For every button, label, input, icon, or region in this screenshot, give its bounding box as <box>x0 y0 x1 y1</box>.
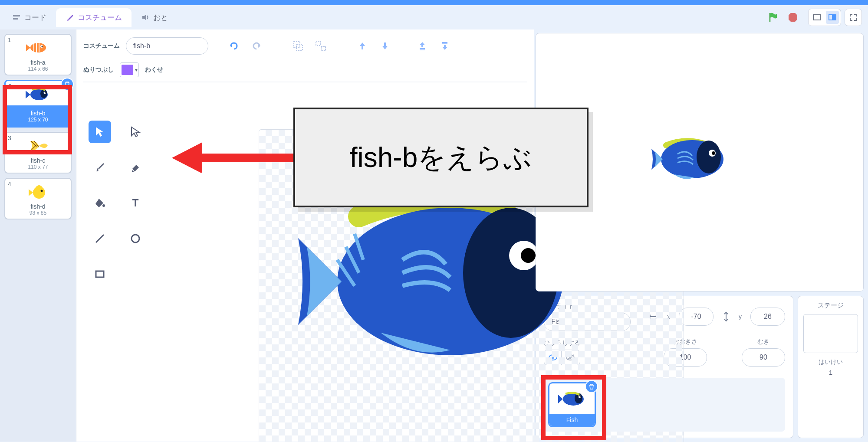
header: コード コスチューム おと <box>0 5 868 29</box>
chevron-down-icon: ▼ <box>134 68 138 72</box>
svg-point-6 <box>30 43 46 52</box>
costume-number: 2 <box>8 83 12 90</box>
line-tool[interactable] <box>89 227 111 250</box>
delete-sprite-button[interactable] <box>585 380 598 393</box>
undo-button[interactable] <box>226 38 242 54</box>
y-input[interactable] <box>750 308 785 326</box>
stage-sprite <box>649 133 731 181</box>
fullscreen-control <box>845 9 862 26</box>
fill-tool[interactable] <box>89 192 111 214</box>
brush-tool[interactable] <box>89 156 111 179</box>
annotation-arrow-icon <box>172 142 298 173</box>
tab-label: おと <box>153 13 168 23</box>
direction-label: むき <box>757 338 769 346</box>
svg-rect-0 <box>13 15 20 16</box>
sprite-list: Fish <box>544 378 785 432</box>
svg-rect-21 <box>442 42 447 43</box>
svg-rect-32 <box>198 154 298 162</box>
front-button[interactable] <box>414 38 431 54</box>
svg-point-45 <box>580 396 581 398</box>
svg-rect-5 <box>832 15 836 20</box>
annotation-callout: fish-bをえらぶ <box>293 108 589 207</box>
tab-label: コード <box>24 13 46 23</box>
svg-rect-27 <box>96 271 104 277</box>
costume-item-fish-b[interactable]: 2 fish-b 125 x 70 <box>4 80 72 128</box>
tab-label: コスチューム <box>78 13 122 23</box>
svg-point-12 <box>44 92 45 93</box>
costume-thumbnail <box>8 85 68 104</box>
svg-rect-19 <box>420 48 425 49</box>
delete-costume-button[interactable] <box>61 78 74 91</box>
redo-button[interactable] <box>248 38 265 54</box>
costume-thumbnail <box>8 136 68 155</box>
costume-list: 1 fish-a 114 x 66 2 fish-b 125 x 70 3 <box>0 29 76 442</box>
tab-code[interactable]: コード <box>3 8 56 27</box>
svg-point-31 <box>521 248 536 263</box>
large-stage-button[interactable] <box>826 11 839 24</box>
svg-rect-3 <box>813 15 820 20</box>
costume-name: fish-c <box>8 157 68 164</box>
sprite-card-fish[interactable]: Fish <box>548 382 596 427</box>
stage-size-controls <box>808 9 841 26</box>
ungroup-button[interactable] <box>312 38 329 54</box>
outline-label: わくせ <box>145 66 163 74</box>
costume-field-label: コスチューム <box>83 42 120 50</box>
text-tool[interactable]: T <box>124 192 147 214</box>
rectangle-tool[interactable] <box>89 263 111 285</box>
stop-icon[interactable] <box>785 9 801 26</box>
reshape-tool[interactable] <box>124 121 147 143</box>
costume-name-input[interactable] <box>126 37 208 55</box>
costume-number: 3 <box>8 134 11 141</box>
paintbrush-icon <box>66 13 74 22</box>
x-input[interactable] <box>679 308 713 326</box>
costume-item-fish-a[interactable]: 1 fish-a 114 x 66 <box>4 34 72 75</box>
svg-point-23 <box>102 204 105 207</box>
costume-name: fish-d <box>8 203 68 210</box>
right-column: スプライト x y ひょうじする <box>534 29 868 442</box>
eraser-tool[interactable] <box>124 156 147 179</box>
y-label: y <box>739 313 742 320</box>
backdrop-count: 1 <box>803 369 858 376</box>
svg-rect-1 <box>13 18 18 20</box>
costume-number: 1 <box>8 36 11 43</box>
circle-tool[interactable] <box>124 227 147 250</box>
svg-point-8 <box>41 46 43 47</box>
sprite-card-label: Fish <box>549 414 595 426</box>
backward-button[interactable] <box>377 38 393 54</box>
menu-bar <box>0 0 868 5</box>
costume-name: fish-b <box>8 110 68 117</box>
annotation-text: fish-bをえらぶ <box>350 139 533 177</box>
costume-dimensions: 114 x 66 <box>8 66 68 72</box>
costume-dimensions: 110 x 77 <box>8 164 68 170</box>
tab-sounds[interactable]: おと <box>132 8 178 27</box>
costume-name: fish-a <box>8 59 68 66</box>
svg-rect-20 <box>420 49 425 50</box>
costume-item-fish-d[interactable]: 4 fish-d 98 x 85 <box>4 178 72 219</box>
svg-point-10 <box>40 89 47 98</box>
y-icon <box>722 311 730 322</box>
svg-line-25 <box>96 235 104 242</box>
speaker-icon <box>141 13 150 22</box>
costume-thumbnail <box>8 182 68 201</box>
backdrop-label: はいけい <box>803 358 858 366</box>
paint-editor: コスチューム ぬりつぶし <box>76 29 534 442</box>
fill-color-picker[interactable]: ▼ <box>120 62 139 77</box>
forward-button[interactable] <box>354 38 371 54</box>
select-tool[interactable] <box>89 121 111 143</box>
svg-marker-2 <box>789 13 797 22</box>
fill-label: ぬりつぶし <box>83 66 114 74</box>
svg-point-14 <box>40 190 43 192</box>
stage-selector[interactable]: ステージ はいけい 1 <box>798 296 864 438</box>
svg-rect-18 <box>321 46 326 51</box>
tool-palette: T <box>89 121 147 285</box>
svg-point-13 <box>33 187 45 199</box>
direction-input[interactable] <box>742 348 785 367</box>
small-stage-button[interactable] <box>810 11 823 24</box>
tab-costumes[interactable]: コスチューム <box>56 8 132 27</box>
group-button[interactable] <box>290 38 306 54</box>
back-button[interactable] <box>437 38 453 54</box>
green-flag-icon[interactable] <box>765 9 781 26</box>
costume-item-fish-c[interactable]: 3 fish-c 110 x 77 <box>4 132 72 174</box>
svg-point-26 <box>132 235 139 242</box>
fullscreen-button[interactable] <box>847 11 860 24</box>
